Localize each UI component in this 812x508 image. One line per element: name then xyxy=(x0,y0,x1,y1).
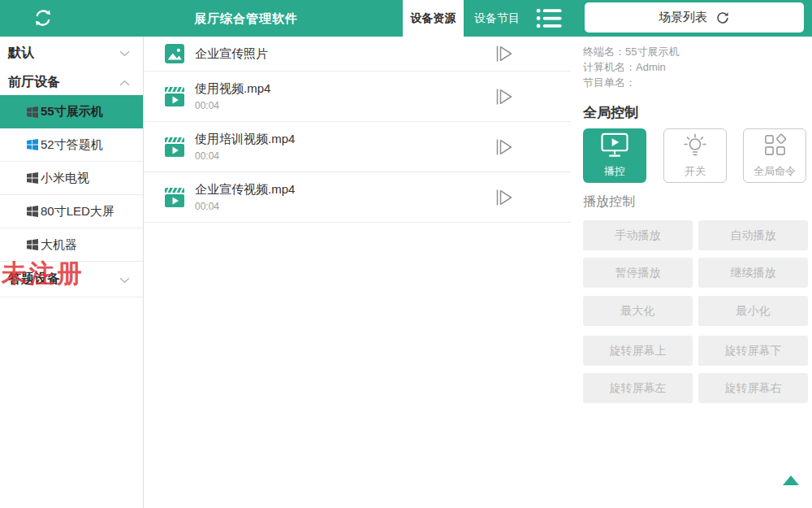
play-media-button[interactable] xyxy=(494,44,514,64)
resume-play-button[interactable]: 继续播放 xyxy=(698,258,808,288)
play-media-button[interactable] xyxy=(494,137,514,157)
chevron-up-icon xyxy=(119,75,130,89)
refresh-icon[interactable] xyxy=(33,8,53,28)
sidebar-item-55inch-display[interactable]: 55寸展示机 xyxy=(0,95,143,128)
monitor-play-icon xyxy=(600,132,629,160)
chevron-down-icon xyxy=(119,46,130,60)
terminal-info: 终端名：55寸展示机 计算机名：Admin 节目单名： xyxy=(583,44,679,90)
sidebar-group-label: 默认 xyxy=(8,45,34,62)
media-row-video[interactable]: 使用视频.mp4 00:04 xyxy=(144,72,571,122)
scene-list-label: 场景列表 xyxy=(659,10,707,25)
device-label: 52寸答题机 xyxy=(41,137,103,153)
sidebar-group-front-hall[interactable]: 前厅设备 xyxy=(0,69,143,95)
playback-control-title: 播放控制 xyxy=(583,193,635,211)
play-media-button[interactable] xyxy=(494,86,514,106)
media-name: 使用视频.mp4 xyxy=(195,81,270,97)
global-command-button[interactable]: 全局命令 xyxy=(743,128,806,183)
sidebar-item-80inch-led[interactable]: 80寸LED大屏 xyxy=(0,195,143,228)
terminal-name-value: 55寸展示机 xyxy=(625,46,679,58)
media-resource-list: 企业宣传照片 使用视频.mp4 00:04 xyxy=(144,37,571,223)
computer-name-value: Admin xyxy=(636,61,666,73)
app-title: 展厅综合管理软件 xyxy=(165,0,327,37)
media-row-photo[interactable]: 企业宣传照片 xyxy=(144,37,571,72)
list-menu-icon[interactable] xyxy=(536,8,562,28)
computer-name-line: 计算机名：Admin xyxy=(583,59,679,75)
global-button-label: 全局命令 xyxy=(754,164,796,179)
top-header-bar: 展厅综合管理软件 设备资源 设备节目 场景列表 xyxy=(0,0,812,37)
sidebar-item-big-machine[interactable]: 大机器 xyxy=(0,228,143,262)
sidebar-group-default[interactable]: 默认 xyxy=(0,37,143,69)
device-label: 80寸LED大屏 xyxy=(41,204,114,219)
manual-play-button[interactable]: 手动播放 xyxy=(583,220,693,250)
sidebar-item-52inch-quiz[interactable]: 52寸答题机 xyxy=(0,128,143,162)
windows-logo-icon xyxy=(27,139,38,150)
media-duration: 00:04 xyxy=(195,201,295,212)
device-tree-sidebar: 默认 前厅设备 55寸展示机 xyxy=(0,37,144,508)
tab-device-programs[interactable]: 设备节目 xyxy=(464,0,530,37)
media-name: 企业宣传视频.mp4 xyxy=(195,182,295,198)
windows-logo-icon xyxy=(27,239,38,250)
playlist-name-line: 节目单名： xyxy=(583,75,679,90)
media-row-video[interactable]: 使用培训视频.mp4 00:04 xyxy=(144,122,571,172)
power-switch-button[interactable]: 开关 xyxy=(663,128,727,183)
maximize-button[interactable]: 最大化 xyxy=(583,296,693,326)
device-label: 55寸展示机 xyxy=(41,104,103,119)
sidebar-group-quiz-devices[interactable]: 答题设备 xyxy=(0,262,143,297)
device-label: 大机器 xyxy=(41,237,77,253)
chevron-down-icon xyxy=(119,272,130,287)
video-file-icon xyxy=(165,87,184,106)
scene-refresh-icon[interactable] xyxy=(715,11,730,25)
media-duration: 00:04 xyxy=(195,100,270,111)
windows-logo-icon xyxy=(27,172,38,184)
media-row-video[interactable]: 企业宣传视频.mp4 00:04 xyxy=(144,172,571,223)
rotate-screen-up-button[interactable]: 旋转屏幕上 xyxy=(583,336,693,366)
sidebar-group-label: 答题设备 xyxy=(8,271,60,288)
playback-mode-button[interactable]: 播控 xyxy=(583,128,646,183)
rotate-screen-left-button[interactable]: 旋转屏幕左 xyxy=(583,373,693,403)
device-label: 小米电视 xyxy=(41,171,89,186)
bulb-icon xyxy=(682,133,708,160)
photo-file-icon xyxy=(165,44,184,63)
media-name: 使用培训视频.mp4 xyxy=(195,132,295,147)
windows-logo-icon xyxy=(27,206,38,217)
sidebar-group-label: 前厅设备 xyxy=(8,74,60,91)
rotate-screen-down-button[interactable]: 旋转屏幕下 xyxy=(698,336,808,366)
pause-play-button[interactable]: 暂停播放 xyxy=(583,258,693,288)
play-media-button[interactable] xyxy=(494,187,514,207)
global-button-label: 播控 xyxy=(604,164,625,179)
device-control-panel: 终端名：55寸展示机 计算机名：Admin 节目单名： 全局控制 播控 xyxy=(572,37,812,508)
windows-logo-icon xyxy=(27,106,38,118)
global-control-title: 全局控制 xyxy=(583,103,638,122)
rotate-screen-right-button[interactable]: 旋转屏幕右 xyxy=(698,373,808,403)
media-duration: 00:04 xyxy=(195,150,295,162)
scroll-to-top-triangle[interactable] xyxy=(783,475,799,485)
shapes-icon xyxy=(762,132,788,160)
minimize-button[interactable]: 最小化 xyxy=(698,296,808,326)
app-window: 展厅综合管理软件 设备资源 设备节目 场景列表 默认 xyxy=(0,0,812,508)
scene-list-button[interactable]: 场景列表 xyxy=(585,2,804,33)
video-file-icon xyxy=(165,137,184,157)
tab-device-resources[interactable]: 设备资源 xyxy=(403,0,464,37)
media-name: 企业宣传照片 xyxy=(195,46,268,62)
video-file-icon xyxy=(165,188,184,207)
sidebar-item-xiaomi-tv[interactable]: 小米电视 xyxy=(0,162,143,195)
terminal-name-line: 终端名：55寸展示机 xyxy=(583,44,679,59)
auto-play-button[interactable]: 自动播放 xyxy=(698,220,808,250)
global-button-label: 开关 xyxy=(685,164,706,179)
